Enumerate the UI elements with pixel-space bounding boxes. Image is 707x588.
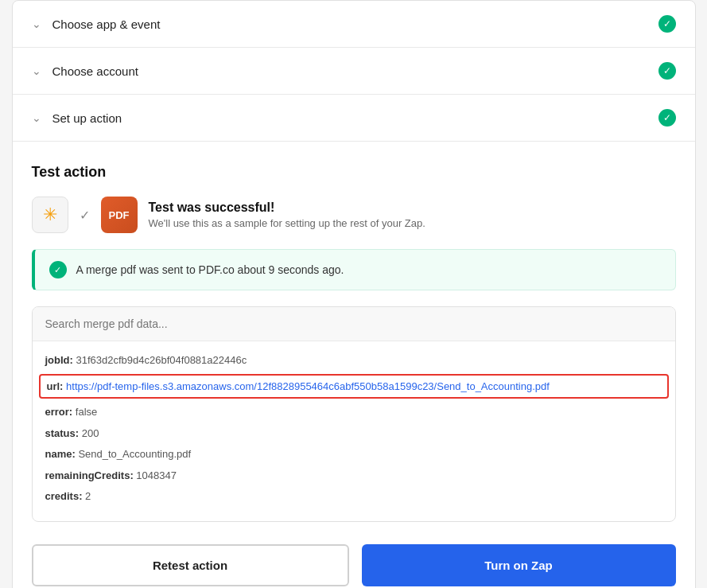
test-success-row: ✳ ✓ PDF Test was successful! We'll use t… <box>32 197 676 233</box>
asterisk-symbol: ✳ <box>43 204 57 225</box>
accordion-set-up-action[interactable]: ⌄ Set up action ✓ <box>13 95 695 142</box>
data-panel: jobId: 31f63d2cfb9d4c26bf04f0881a22446cu… <box>32 306 676 522</box>
data-rows-container: jobId: 31f63d2cfb9d4c26bf04f0881a22446cu… <box>33 341 675 521</box>
row-key: error: <box>45 406 76 418</box>
data-row: name: Send_to_Accounting.pdf <box>45 446 662 462</box>
banner-checkmark: ✓ <box>54 265 61 275</box>
row-value: Send_to_Accounting.pdf <box>78 448 191 460</box>
data-row: remainingCredits: 1048347 <box>45 468 662 484</box>
data-row: error: false <box>45 404 662 420</box>
row-key: url: <box>47 380 67 392</box>
success-subtext: We'll use this as a sample for setting u… <box>149 217 425 229</box>
completed-check-1: ✓ <box>658 15 676 33</box>
main-container: ⌄ Choose app & event ✓ ⌄ Choose account … <box>12 0 696 588</box>
accordion-label-choose-account: Choose account <box>52 64 138 78</box>
row-value: 1048347 <box>136 469 177 481</box>
row-key: credits: <box>45 490 86 502</box>
row-key: jobId: <box>45 354 76 366</box>
accordion-label-choose-app: Choose app & event <box>52 18 161 31</box>
accordion-left-3: ⌄ Set up action <box>32 111 122 125</box>
check-icon-3: ✓ <box>663 112 671 123</box>
retest-button[interactable]: Retest action <box>32 544 349 586</box>
main-content: Test action ✳ ✓ PDF Test was successful!… <box>13 142 695 588</box>
accordion-left-2: ⌄ Choose account <box>32 64 138 78</box>
success-heading: Test was successful! <box>149 201 425 215</box>
row-value: 200 <box>82 427 99 439</box>
row-key: status: <box>45 427 82 439</box>
data-row: jobId: 31f63d2cfb9d4c26bf04f0881a22446c <box>45 352 662 368</box>
search-input[interactable] <box>45 317 662 330</box>
asterisk-icon: ✳ <box>32 197 68 233</box>
success-banner: ✓ A merge pdf was sent to PDF.co about 9… <box>32 249 676 290</box>
banner-check-icon: ✓ <box>49 261 67 278</box>
row-value: false <box>76 406 97 418</box>
accordion-label-set-up-action: Set up action <box>52 111 122 125</box>
data-row: url: https://pdf-temp-files.s3.amazonaws… <box>39 374 669 399</box>
turn-on-zap-button[interactable]: Turn on Zap <box>362 544 676 586</box>
completed-check-3: ✓ <box>658 109 676 127</box>
data-row: credits: 2 <box>45 489 662 504</box>
row-key: remainingCredits: <box>45 469 137 481</box>
accordion-left: ⌄ Choose app & event <box>32 18 161 31</box>
chevron-down-icon-3: ⌄ <box>32 111 45 124</box>
chevron-down-icon-2: ⌄ <box>32 64 45 77</box>
success-text-block: Test was successful! We'll use this as a… <box>149 201 425 229</box>
row-key: name: <box>45 448 79 460</box>
row-value: https://pdf-temp-files.s3.amazonaws.com/… <box>66 380 550 392</box>
data-row: status: 200 <box>45 426 662 442</box>
search-bar[interactable] <box>33 307 675 341</box>
chevron-down-icon: ⌄ <box>32 18 45 30</box>
pdf-icon: PDF <box>101 197 138 233</box>
row-value: 31f63d2cfb9d4c26bf04f0881a22446c <box>76 354 247 366</box>
pdf-label: PDF <box>109 209 130 221</box>
row-value: 2 <box>85 490 91 502</box>
accordion-choose-account[interactable]: ⌄ Choose account ✓ <box>13 48 695 95</box>
banner-text: A merge pdf was sent to PDF.co about 9 s… <box>76 263 344 276</box>
accordion-choose-app-event[interactable]: ⌄ Choose app & event ✓ <box>13 1 695 48</box>
arrow-check-icon: ✓ <box>80 208 90 223</box>
page-title: Test action <box>32 164 676 181</box>
buttons-row: Retest action Turn on Zap <box>32 544 676 586</box>
check-icon: ✓ <box>663 18 671 29</box>
completed-check-2: ✓ <box>658 62 676 80</box>
check-icon-2: ✓ <box>663 65 671 76</box>
